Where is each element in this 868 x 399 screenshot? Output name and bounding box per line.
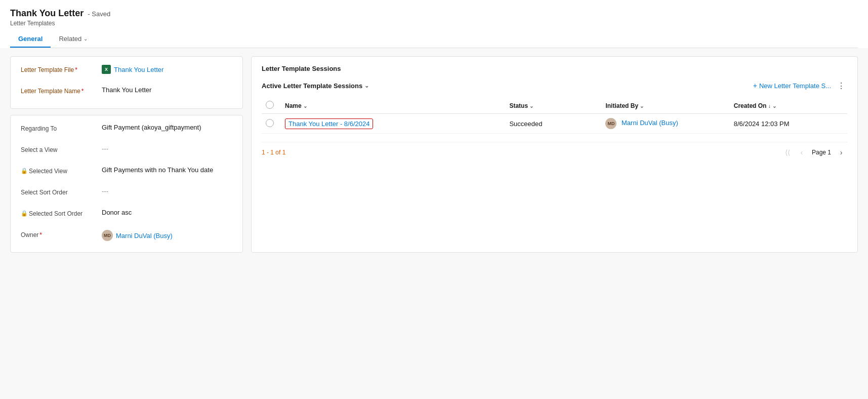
value-select-view: --- bbox=[102, 145, 232, 152]
sort-created-icon: ↓ bbox=[768, 103, 771, 109]
label-select-view: Select a View bbox=[21, 145, 102, 153]
row-checkbox[interactable] bbox=[266, 119, 274, 127]
tab-general[interactable]: General bbox=[10, 31, 51, 48]
field-row-selected-view: 🔒 Selected View Gift Payments with no Th… bbox=[21, 166, 232, 180]
col-header-initiated-by[interactable]: Initiated By ⌄ bbox=[601, 98, 729, 114]
plus-icon: + bbox=[753, 82, 757, 90]
label-regarding-to: Regarding To bbox=[21, 124, 102, 132]
first-page-button[interactable]: ⟨⟨ bbox=[781, 146, 794, 158]
left-panel: Letter Template File * X Thank You Lette… bbox=[10, 56, 243, 253]
page-label: Page 1 bbox=[812, 149, 831, 156]
row-created-cell: 8/6/2024 12:03 PM bbox=[730, 114, 847, 134]
form-card-template: Letter Template File * X Thank You Lette… bbox=[10, 56, 243, 109]
new-letter-template-button[interactable]: + New Letter Template S... bbox=[753, 82, 831, 90]
label-letter-template-file: Letter Template File * bbox=[21, 65, 102, 73]
more-icon: ⋮ bbox=[837, 81, 845, 91]
page-header: Thank You Letter - Saved Letter Template… bbox=[0, 0, 868, 48]
col-header-checkbox bbox=[262, 98, 281, 114]
tab-general-label: General bbox=[18, 35, 43, 43]
lock-icon-view: 🔒 bbox=[21, 168, 28, 174]
required-star-owner: * bbox=[39, 231, 42, 238]
label-letter-template-name: Letter Template Name * bbox=[21, 86, 102, 95]
sessions-chevron-icon: ⌄ bbox=[364, 83, 369, 89]
label-selected-view: 🔒 Selected View bbox=[21, 166, 102, 175]
value-select-sort-order: --- bbox=[102, 187, 232, 195]
select-all-checkbox[interactable] bbox=[266, 101, 274, 109]
pagination-info: 1 - 1 of 1 bbox=[262, 149, 285, 156]
page-subtitle: Letter Templates bbox=[10, 20, 858, 27]
label-select-sort-order: Select Sort Order bbox=[21, 187, 102, 196]
field-row-select-view: Select a View --- bbox=[21, 145, 232, 159]
row-checkbox-cell bbox=[262, 114, 281, 134]
value-letter-template-name: Thank You Letter bbox=[102, 86, 232, 94]
label-selected-sort-order: 🔒 Selected Sort Order bbox=[21, 209, 102, 217]
next-page-button[interactable]: › bbox=[835, 146, 847, 158]
lock-icon-sort: 🔒 bbox=[21, 210, 28, 217]
row-initiated-cell: MD Marni DuVal (Busy) bbox=[601, 114, 729, 134]
field-row-selected-sort: 🔒 Selected Sort Order Donor asc bbox=[21, 209, 232, 223]
col-header-status[interactable]: Status ⌄ bbox=[505, 98, 601, 114]
label-owner: Owner * bbox=[21, 230, 102, 238]
sessions-table: Name ⌄ Status ⌄ Initiated By ⌄ Created O… bbox=[262, 98, 847, 134]
sort-initiated-icon: ⌄ bbox=[640, 103, 644, 109]
table-row: Thank You Letter - 8/6/2024 Succeeded MD… bbox=[262, 114, 847, 134]
pagination-controls: ⟨⟨ ‹ Page 1 › bbox=[781, 146, 847, 158]
main-content: Letter Template File * X Thank You Lette… bbox=[0, 48, 868, 261]
sort-created-chevron: ⌄ bbox=[772, 103, 776, 109]
row-initiated-link[interactable]: Marni DuVal (Busy) bbox=[622, 119, 678, 127]
sessions-header: Active Letter Template Sessions ⌄ + New … bbox=[262, 79, 847, 92]
required-star: * bbox=[75, 66, 77, 73]
active-sessions-title[interactable]: Active Letter Template Sessions ⌄ bbox=[262, 82, 369, 90]
chevron-down-icon: ⌄ bbox=[84, 36, 88, 42]
page-title: Thank You Letter bbox=[10, 8, 84, 19]
avatar-owner: MD bbox=[102, 230, 113, 241]
row-name-cell: Thank You Letter - 8/6/2024 bbox=[281, 114, 505, 134]
page-saved-status: - Saved bbox=[88, 10, 110, 18]
value-selected-sort-order: Donor asc bbox=[102, 209, 232, 216]
more-options-button[interactable]: ⋮ bbox=[835, 79, 847, 92]
value-regarding-to: Gift Payment (akoya_giftpayment) bbox=[102, 124, 232, 131]
tab-bar: General Related ⌄ bbox=[10, 31, 858, 48]
value-letter-template-file[interactable]: X Thank You Letter bbox=[102, 65, 232, 74]
field-row-owner: Owner * MD Marni DuVal (Busy) bbox=[21, 230, 232, 244]
sessions-actions: + New Letter Template S... ⋮ bbox=[753, 79, 847, 92]
section-title-sessions: Letter Template Sessions bbox=[262, 65, 847, 72]
row-status-cell: Succeeded bbox=[505, 114, 601, 134]
right-panel: Letter Template Sessions Active Letter T… bbox=[251, 56, 858, 253]
value-selected-view: Gift Payments with no Thank You date bbox=[102, 166, 232, 174]
row-avatar: MD bbox=[605, 118, 616, 129]
excel-icon: X bbox=[102, 65, 111, 74]
field-row-select-sort: Select Sort Order --- bbox=[21, 187, 232, 202]
session-name-link[interactable]: Thank You Letter - 8/6/2024 bbox=[285, 118, 373, 129]
sort-name-icon: ⌄ bbox=[303, 103, 307, 109]
required-star-name: * bbox=[81, 88, 84, 95]
field-row-name: Letter Template Name * Thank You Letter bbox=[21, 86, 232, 100]
field-row-regarding-to: Regarding To Gift Payment (akoya_giftpay… bbox=[21, 124, 232, 138]
form-card-details: Regarding To Gift Payment (akoya_giftpay… bbox=[10, 115, 243, 253]
prev-page-button[interactable]: ‹ bbox=[796, 146, 808, 158]
field-row-file: Letter Template File * X Thank You Lette… bbox=[21, 65, 232, 79]
tab-related[interactable]: Related ⌄ bbox=[51, 31, 96, 48]
sort-status-icon: ⌄ bbox=[529, 103, 533, 109]
col-header-created-on[interactable]: Created On ↓ ⌄ bbox=[730, 98, 847, 114]
pagination: 1 - 1 of 1 ⟨⟨ ‹ Page 1 › bbox=[262, 142, 847, 158]
col-header-name[interactable]: Name ⌄ bbox=[281, 98, 505, 114]
value-owner[interactable]: MD Marni DuVal (Busy) bbox=[102, 230, 232, 241]
tab-related-label: Related bbox=[59, 35, 81, 43]
